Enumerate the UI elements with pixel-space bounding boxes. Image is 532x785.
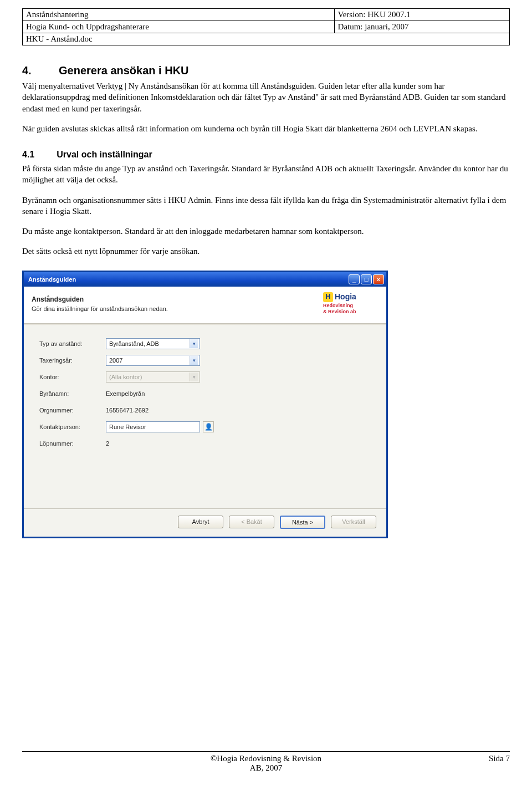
label-kontor: Kontor:	[39, 374, 106, 380]
combo-tax-value: 2007	[109, 357, 122, 364]
section-title: Generera ansökan i HKU	[59, 64, 189, 77]
logo-sub2: & Revision ab	[323, 309, 378, 315]
wizard-button-bar: Avbryt < Bakåt Nästa > Verkställ	[24, 508, 386, 537]
wizard-dialog: Anståndsguiden _ □ × Anståndsguiden Gör …	[22, 271, 388, 538]
wizard-head-sub: Gör dina inställningar för anståndsansök…	[32, 305, 316, 312]
minimize-button[interactable]: _	[349, 274, 360, 284]
maximize-button[interactable]: □	[361, 274, 372, 284]
label-lopnummer: Löpnummer:	[39, 440, 106, 447]
chevron-down-icon: ▾	[190, 356, 198, 365]
combo-typ-anstand[interactable]: Byråanstånd, ADB ▾	[106, 338, 200, 349]
footer-page: Sida 7	[388, 754, 510, 773]
para-5: Du måste ange kontaktperson. Standard är…	[22, 226, 510, 237]
combo-taxeringsar[interactable]: 2007 ▾	[106, 355, 200, 366]
pick-person-button[interactable]: 👤	[203, 421, 214, 432]
subsection-title: Urval och inställningar	[57, 150, 152, 160]
back-button: < Bakåt	[229, 516, 274, 528]
page-footer: ©Hogia Redovisning & Revision AB, 2007 S…	[22, 751, 510, 773]
hdr-version: Version: HKU 2007.1	[334, 9, 509, 21]
section-4-1-heading: 4.1 Urval och inställningar	[22, 150, 510, 160]
footer-copyright-1: ©Hogia Redovisning & Revision	[144, 754, 388, 763]
combo-kontor-value: (Alla kontor)	[109, 374, 142, 380]
section-4-heading: 4. Generera ansökan i HKU	[22, 64, 510, 77]
para-1: Välj menyalternativet Verktyg | Ny Anstå…	[22, 80, 510, 114]
chevron-down-icon: ▾	[190, 339, 198, 348]
apply-button: Verkställ	[331, 516, 376, 528]
combo-kontor: (Alla kontor) ▾	[106, 371, 200, 383]
next-button[interactable]: Nästa >	[280, 516, 325, 529]
logo-brand: Hogia	[335, 293, 356, 301]
para-4: Byrånamn och organisationsnummer sätts i…	[22, 195, 510, 217]
hdr-product: Hogia Kund- och Uppdragshanterare	[23, 21, 335, 33]
value-orgnummer: 16556471-2692	[106, 407, 149, 414]
para-3: På första sidan måste du ange Typ av ans…	[22, 163, 510, 186]
value-lopnummer: 2	[106, 440, 109, 447]
hdr-title: Anståndshantering	[23, 9, 335, 21]
chevron-down-icon: ▾	[190, 373, 198, 381]
footer-copyright-2: AB, 2007	[144, 763, 388, 773]
label-byranamn: Byrånamn:	[39, 390, 106, 397]
logo-h-icon: H	[323, 292, 333, 302]
label-taxeringsar: Taxeringsår:	[39, 357, 106, 364]
para-6: Det sätts också ett nytt löpnummer för v…	[22, 246, 510, 257]
wizard-header: Anståndsguiden Gör dina inställningar fö…	[24, 287, 386, 324]
wizard-head-title: Anståndsguiden	[32, 295, 316, 303]
para-2: När guiden avslutas skickas alltså rätt …	[22, 123, 510, 134]
combo-typ-value: Byråanstånd, ADB	[109, 340, 159, 347]
dialog-titlebar[interactable]: Anståndsguiden _ □ ×	[24, 272, 386, 287]
doc-header-table: Anståndshantering Version: HKU 2007.1 Ho…	[22, 8, 510, 45]
hdr-date: Datum: januari, 2007	[334, 21, 509, 33]
hogia-logo: H Hogia Redovisning & Revision ab	[323, 292, 378, 315]
label-typ: Typ av anstånd:	[39, 340, 106, 347]
label-orgnummer: Orgnummer:	[39, 407, 106, 414]
input-kontaktperson[interactable]: Rune Revisor	[106, 421, 200, 432]
wizard-form: Typ av anstånd: Byråanstånd, ADB ▾ Taxer…	[24, 325, 386, 508]
person-icon: 👤	[204, 423, 213, 431]
dialog-title: Anståndsguiden	[28, 276, 347, 283]
subsection-num: 4.1	[22, 150, 34, 160]
section-num: 4.	[22, 64, 37, 77]
value-byranamn: Exempelbyrån	[106, 390, 145, 397]
label-kontaktperson: Kontaktperson:	[39, 424, 106, 430]
logo-sub1: Redovisning	[323, 303, 378, 309]
cancel-button[interactable]: Avbryt	[178, 516, 223, 528]
close-button[interactable]: ×	[373, 274, 384, 284]
input-kontaktperson-value: Rune Revisor	[109, 424, 146, 430]
hdr-filename: HKU - Anstånd.doc	[23, 33, 510, 45]
